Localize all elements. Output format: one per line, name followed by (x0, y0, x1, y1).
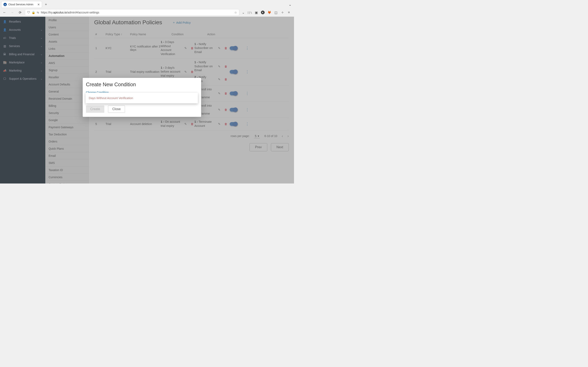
shield-icon: ⛉ (27, 11, 30, 14)
browser-tab[interactable]: a Cloud Services Admin ✕ (1, 1, 42, 8)
back-button[interactable]: ← (2, 9, 7, 15)
lock-icon: 🔒 (32, 11, 35, 14)
condition-dropdown[interactable]: Days Without Account Verification (86, 93, 198, 103)
permissions-icon: ⇆ (37, 11, 39, 14)
extension-crop-icon[interactable]: ◫ (274, 11, 278, 14)
close-button[interactable]: Close (108, 105, 125, 113)
tab-favicon: a (3, 3, 7, 6)
bookmark-icon[interactable]: ☆ (234, 11, 237, 14)
reader-icon[interactable]: ▣ (254, 11, 258, 14)
extensions-icon[interactable]: ✧ (281, 11, 284, 14)
forward-button[interactable]: → (9, 9, 15, 15)
metamask-icon[interactable]: 🦊 (268, 11, 271, 14)
condition-option[interactable]: Days Without Account Verification (86, 95, 198, 101)
tab-close-icon[interactable]: ✕ (37, 3, 40, 6)
extension-k-icon[interactable]: K (261, 11, 265, 14)
create-button[interactable]: Create (86, 105, 104, 113)
modal-title: Create New Condition (86, 82, 198, 87)
address-bar[interactable]: ⛉ 🔒 ⇆ https://try.apiculus.io/admin/#/ac… (25, 9, 239, 16)
menu-icon[interactable]: ≡ (287, 11, 291, 14)
pocket-icon[interactable]: ⌄ (241, 11, 245, 14)
reload-button[interactable]: ⟳ (17, 9, 23, 15)
new-tab-button[interactable]: + (43, 2, 49, 7)
tab-title: Cloud Services Admin (8, 3, 33, 6)
tabs-dropdown-icon[interactable]: ⌄ (287, 2, 293, 7)
url-text: https://try.apiculus.io/admin/#/account-… (41, 11, 233, 14)
library-icon[interactable]: ||\ (248, 11, 251, 14)
